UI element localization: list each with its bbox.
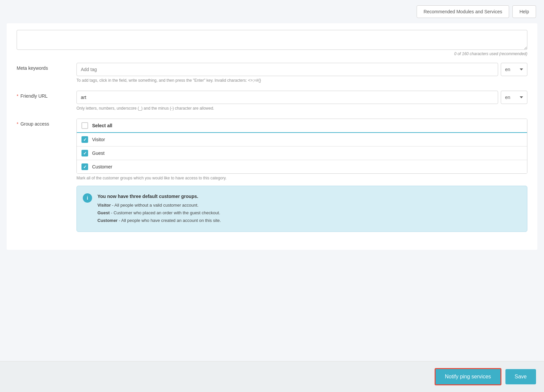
- visitor-label: Visitor: [92, 137, 105, 142]
- group-access-hint: Mark all of the customer groups which yo…: [76, 176, 527, 180]
- customer-bold: Customer: [97, 218, 118, 223]
- meta-keywords-input-row: en: [76, 63, 527, 76]
- group-access-required-star: *: [17, 121, 18, 127]
- friendly-url-required-star: *: [17, 93, 18, 99]
- friendly-url-hint: Only letters, numbers, underscore (_) an…: [76, 106, 527, 111]
- guest-row[interactable]: Guest: [77, 147, 527, 160]
- textarea-section: 0 of 160 characters used (recommended): [17, 30, 527, 56]
- select-all-row[interactable]: Select all: [77, 119, 527, 133]
- description-textarea[interactable]: [17, 30, 527, 50]
- select-all-label: Select all: [92, 123, 112, 128]
- group-access-checkbox-list: Select all Visitor Guest C: [76, 119, 527, 174]
- meta-keywords-lang-chevron: [520, 68, 523, 70]
- meta-keywords-label: Meta keywords: [17, 63, 70, 71]
- info-customer-line: Customer - All people who have created a…: [97, 217, 221, 224]
- group-access-label: * Group access: [17, 119, 70, 127]
- meta-keywords-field: en To add tags, click in the field, writ…: [76, 63, 527, 83]
- friendly-url-lang-chevron: [520, 96, 523, 98]
- recommended-modules-button[interactable]: Recommended Modules and Services: [417, 5, 509, 18]
- char-count-row: 0 of 160 characters used (recommended): [17, 51, 527, 56]
- customer-label: Customer: [92, 164, 112, 169]
- select-all-checkbox[interactable]: [81, 122, 88, 129]
- customer-row[interactable]: Customer: [77, 160, 527, 173]
- friendly-url-lang-select[interactable]: en: [501, 91, 527, 104]
- guest-checkbox[interactable]: [81, 150, 88, 156]
- meta-keywords-lang-select[interactable]: en: [501, 63, 527, 76]
- meta-keywords-group: Meta keywords en To add tags, click in t…: [17, 63, 527, 83]
- guest-label: Guest: [92, 150, 104, 156]
- footer-bar: Notify ping services Save: [0, 361, 544, 392]
- guest-bold: Guest: [97, 210, 110, 215]
- top-bar: Recommended Modules and Services Help: [0, 0, 544, 23]
- guest-text: - Customer who placed an order with the …: [110, 210, 220, 215]
- save-button[interactable]: Save: [505, 369, 536, 384]
- info-title: You now have three default customer grou…: [97, 193, 221, 200]
- group-access-field: Select all Visitor Guest C: [76, 119, 527, 232]
- help-button[interactable]: Help: [512, 5, 536, 18]
- meta-keywords-hint: To add tags, click in the field, write s…: [76, 78, 527, 83]
- meta-keywords-input[interactable]: [76, 63, 498, 76]
- customer-text: - All people who have created an account…: [118, 218, 221, 223]
- page-wrapper: Recommended Modules and Services Help 0 …: [0, 0, 544, 392]
- visitor-row[interactable]: Visitor: [77, 133, 527, 147]
- main-content: 0 of 160 characters used (recommended) M…: [7, 23, 537, 250]
- visitor-bold: Visitor: [97, 203, 111, 208]
- friendly-url-input[interactable]: [76, 91, 498, 104]
- info-icon: i: [83, 193, 92, 203]
- friendly-url-group: * Friendly URL en Only letters, numbers,…: [17, 91, 527, 111]
- char-count-text: 0 of 160 characters used (recommended): [454, 51, 527, 56]
- visitor-text: - All people without a valid customer ac…: [111, 203, 199, 208]
- info-visitor-line: Visitor - All people without a valid cus…: [97, 202, 221, 209]
- info-guest-line: Guest - Customer who placed an order wit…: [97, 210, 221, 217]
- friendly-url-field: en Only letters, numbers, underscore (_)…: [76, 91, 527, 111]
- meta-keywords-lang-value: en: [505, 67, 510, 72]
- info-content: You now have three default customer grou…: [97, 193, 221, 225]
- friendly-url-label: * Friendly URL: [17, 91, 70, 99]
- customer-checkbox[interactable]: [81, 163, 88, 170]
- group-access-group: * Group access Select all Visitor: [17, 119, 527, 232]
- friendly-url-lang-value: en: [505, 95, 510, 100]
- info-box: i You now have three default customer gr…: [76, 186, 527, 232]
- visitor-checkbox[interactable]: [81, 136, 88, 143]
- friendly-url-input-row: en: [76, 91, 527, 104]
- notify-ping-button[interactable]: Notify ping services: [435, 368, 501, 385]
